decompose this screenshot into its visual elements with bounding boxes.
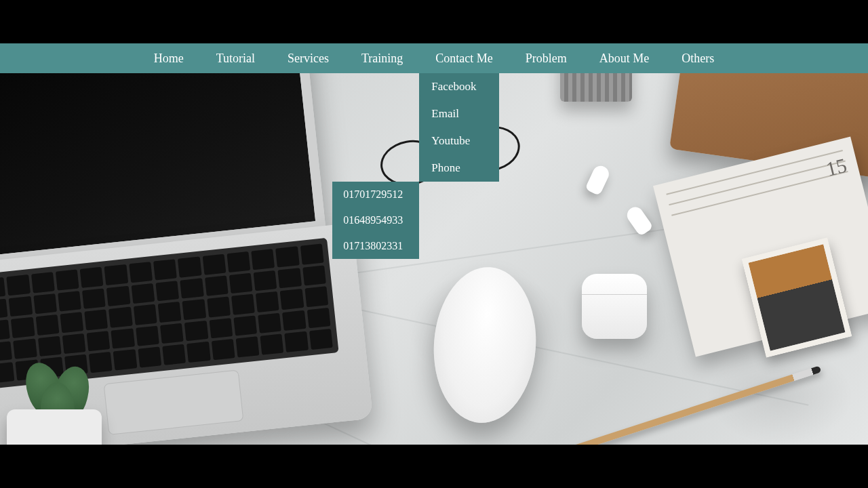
phone-number-2[interactable]: 01648954933 xyxy=(332,207,419,233)
nav-problem[interactable]: Problem xyxy=(509,43,583,73)
phone-number-3[interactable]: 01713802331 xyxy=(332,233,419,259)
phone-flyout: 01701729512 01648954933 01713802331 xyxy=(332,182,419,259)
contact-submenu: Facebook Email Youtube Phone 01701729512… xyxy=(419,73,499,182)
plant-graphic xyxy=(0,362,115,445)
nav-others[interactable]: Others xyxy=(665,43,730,73)
submenu-phone[interactable]: Phone xyxy=(419,155,499,182)
nav-tutorial[interactable]: Tutorial xyxy=(200,43,271,73)
nav-contact-me[interactable]: Contact Me xyxy=(419,43,509,73)
phone-number-1[interactable]: 01701729512 xyxy=(332,182,419,207)
submenu-email[interactable]: Email xyxy=(419,100,499,127)
submenu-phone-item: Phone 01701729512 01648954933 0171380233… xyxy=(419,155,499,182)
page-stage: 15 Home Tutorial Services Training Conta… xyxy=(0,43,868,445)
nav-about-me[interactable]: About Me xyxy=(583,43,666,73)
nav-contact-me-item: Contact Me Facebook Email Youtube Phone … xyxy=(419,43,509,73)
newspaper-date-badge: 15 xyxy=(824,154,849,181)
submenu-youtube[interactable]: Youtube xyxy=(419,127,499,155)
submenu-facebook[interactable]: Facebook xyxy=(419,73,499,100)
airpods-case-graphic xyxy=(582,274,647,339)
nav-home[interactable]: Home xyxy=(138,43,200,73)
nav-menu: Home Tutorial Services Training Contact … xyxy=(138,43,731,73)
nav-services[interactable]: Services xyxy=(271,43,345,73)
main-navbar: Home Tutorial Services Training Contact … xyxy=(0,43,868,73)
nav-training[interactable]: Training xyxy=(345,43,419,73)
